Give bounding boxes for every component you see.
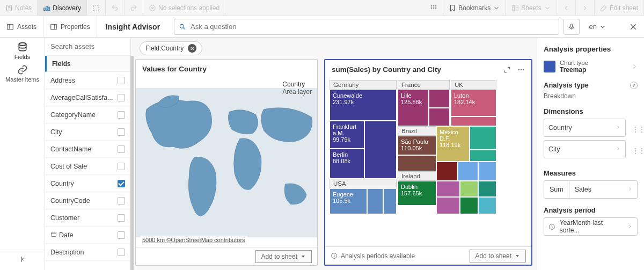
voice-button[interactable] — [564, 19, 580, 35]
properties-toggle[interactable]: Properties — [43, 16, 97, 38]
selection-tool-button[interactable] — [87, 0, 106, 16]
treemap-cell[interactable]: Eugene105.5k — [330, 188, 367, 214]
treemap-header[interactable]: Germany — [330, 80, 397, 90]
field-row[interactable]: Description — [45, 244, 130, 261]
treemap-cell[interactable]: Luton182.14k — [451, 90, 496, 116]
search-input[interactable] — [191, 23, 554, 31]
edit-sheet-button[interactable]: Edit sheet — [595, 0, 644, 16]
treemap-header[interactable]: Brazil — [398, 126, 436, 136]
field-checkbox[interactable] — [118, 145, 125, 153]
pencil-icon — [600, 4, 608, 12]
treemap-cell[interactable] — [478, 181, 496, 197]
grid-button[interactable] — [425, 0, 443, 16]
step-fwd-button[interactable] — [125, 0, 143, 16]
field-row[interactable]: Customer — [45, 209, 130, 227]
field-row[interactable]: Country — [45, 175, 130, 192]
treemap-cell[interactable] — [478, 162, 496, 181]
field-checkbox[interactable] — [118, 94, 125, 101]
discovery-tab[interactable]: Discovery — [38, 0, 87, 16]
field-row[interactable]: CountryCode — [45, 192, 130, 209]
field-checkbox[interactable] — [118, 128, 125, 136]
rail-fields[interactable]: Fields — [0, 40, 45, 62]
treemap-cell[interactable]: Frankfurt a.M.99.79k — [330, 121, 364, 149]
drag-handle-icon[interactable]: ⋮⋮ — [632, 126, 638, 133]
sheets-button[interactable]: Sheets — [506, 0, 557, 16]
field-checkbox[interactable] — [118, 163, 125, 170]
chart-type-tile[interactable]: Chart type Treemap — [544, 60, 638, 74]
assets-toggle[interactable]: Assets — [0, 16, 43, 38]
field-checkbox[interactable] — [118, 111, 125, 119]
treemap-cell[interactable] — [398, 155, 436, 171]
period-row[interactable]: YearMonth-last sorte... — [544, 217, 638, 236]
treemap-cell[interactable] — [460, 181, 478, 197]
card-map-title: Values for Country — [142, 65, 207, 73]
treemap-chart[interactable]: GermanyFranceUKBrazilIrelandUSACunewalde… — [330, 80, 527, 243]
treemap-header[interactable]: France — [398, 80, 450, 90]
treemap-cell[interactable] — [436, 181, 460, 197]
properties-label: Properties — [61, 23, 90, 31]
treemap-cell[interactable] — [429, 90, 450, 108]
field-checkbox[interactable] — [118, 231, 125, 239]
treemap-cell[interactable] — [429, 108, 450, 126]
language-select[interactable]: en — [584, 19, 612, 35]
help-icon[interactable]: ? — [630, 82, 638, 89]
more-icon[interactable] — [517, 66, 525, 74]
ask-question-box[interactable] — [174, 19, 559, 35]
drag-handle-icon[interactable]: ⋮⋮ — [632, 147, 638, 155]
treemap-cell[interactable] — [451, 116, 496, 126]
treemap-cell[interactable] — [470, 150, 496, 162]
prev-sheet-button[interactable] — [557, 0, 576, 16]
clear-selections-button[interactable]: No selections applied — [143, 0, 225, 16]
step-back-button[interactable] — [106, 0, 125, 16]
dimension-row[interactable]: City — [544, 140, 626, 158]
chip-remove-icon[interactable]: ✕ — [188, 44, 196, 53]
treemap-cell[interactable] — [436, 197, 460, 214]
field-checkbox[interactable] — [118, 197, 125, 205]
treemap-cell[interactable] — [470, 126, 496, 150]
fields-group-header[interactable]: Fields — [45, 56, 130, 72]
field-row[interactable]: AverageCallSatisfa... — [45, 89, 130, 106]
world-map[interactable] — [136, 78, 317, 247]
close-advisor-button[interactable] — [623, 16, 644, 38]
bookmarks-button[interactable]: Bookmarks — [443, 0, 506, 16]
field-row[interactable]: CategoryName — [45, 106, 130, 123]
treemap-cell[interactable] — [436, 162, 458, 181]
dimension-row[interactable]: Country — [544, 119, 626, 137]
svg-rect-8 — [435, 5, 436, 6]
next-sheet-button[interactable] — [576, 0, 595, 16]
rail-collapse[interactable] — [0, 250, 45, 270]
field-checkbox[interactable] — [118, 214, 125, 222]
treemap-cell[interactable] — [458, 162, 478, 181]
treemap-header[interactable]: USA — [330, 179, 397, 188]
treemap-cell[interactable] — [383, 188, 397, 214]
treemap-cell[interactable] — [460, 197, 478, 214]
field-row[interactable]: Address — [45, 72, 130, 89]
field-row[interactable]: Cost of Sale — [45, 158, 130, 175]
field-row[interactable]: City — [45, 123, 130, 141]
treemap-cell[interactable]: Lille125.58k — [398, 90, 429, 126]
treemap-cell[interactable] — [364, 121, 397, 179]
measure-row[interactable]: Sum Sales — [544, 180, 638, 199]
treemap-cell[interactable]: Cunewalde231.97k — [330, 90, 397, 121]
filter-chip-country[interactable]: Field:Country ✕ — [140, 41, 202, 55]
treemap-cell[interactable] — [478, 197, 496, 214]
treemap-header[interactable]: Ireland — [398, 171, 436, 181]
field-row[interactable]: ContactName — [45, 141, 130, 158]
treemap-header[interactable]: UK — [451, 80, 496, 90]
add-to-sheet-tree[interactable]: Add to sheet — [470, 250, 526, 262]
search-assets[interactable] — [45, 38, 130, 56]
field-checkbox[interactable] — [118, 180, 125, 187]
field-checkbox[interactable] — [118, 249, 125, 256]
treemap-cell[interactable]: Dublin157.65k — [398, 181, 436, 206]
treemap-cell[interactable]: Berlin88.08k — [330, 149, 364, 179]
rail-master-items[interactable]: Master items — [0, 62, 45, 85]
field-row[interactable]: Date — [45, 227, 130, 244]
add-to-sheet-map[interactable]: Add to sheet — [255, 250, 312, 263]
field-checkbox[interactable] — [118, 77, 125, 84]
treemap-cell[interactable]: México D.F.118.19k — [436, 126, 470, 162]
treemap-cell[interactable] — [367, 188, 383, 214]
treemap-cell[interactable]: São Paulo110.05k — [398, 136, 436, 155]
notes-tab[interactable]: Notes — [0, 0, 38, 16]
expand-icon[interactable] — [503, 66, 511, 74]
search-assets-input[interactable] — [50, 42, 125, 50]
